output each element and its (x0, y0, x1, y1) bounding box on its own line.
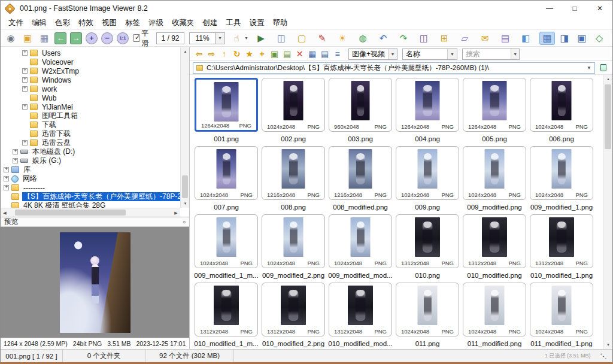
zoom-level-select[interactable]: 11% ▼ (189, 32, 225, 44)
thumbnail-frame[interactable]: 1312x2048 PNG (262, 283, 325, 336)
004.png[interactable]: 1264x2048 PNG 004.png (395, 78, 460, 146)
scrollbar-thumb[interactable] (605, 84, 611, 149)
view-layout-browser-button[interactable]: ▦ (539, 32, 555, 45)
expand-icon[interactable] (4, 185, 9, 190)
tree-item[interactable]: 库 (1, 165, 180, 174)
expand-icon[interactable] (22, 140, 28, 145)
tree-item[interactable]: 迅雷下载 (1, 129, 180, 138)
list-view-button[interactable]: ≡ (331, 48, 344, 60)
thumbnail-frame[interactable]: 1024x2048 PNG (262, 78, 325, 132)
001.png[interactable]: 1264x2048 PNG 001.png (194, 78, 259, 146)
menu-item[interactable]: 色彩 (51, 17, 74, 29)
thumbnail-frame[interactable]: 1024x2048 PNG (463, 146, 526, 200)
010_modified_1.png[interactable]: 1312x2048 PNG 010_modified_1.png (529, 214, 594, 283)
delete-button[interactable]: ✕ (293, 48, 306, 60)
favorite-folder-button[interactable]: ★ (243, 48, 256, 60)
tree-vertical-scrollbar[interactable]: ▲ ▼ (180, 47, 189, 208)
scroll-left-icon[interactable]: ◀ (1, 208, 9, 217)
details-view-button[interactable]: ▤ (318, 48, 331, 60)
tree-item[interactable]: 网络 (1, 174, 180, 183)
tree-item[interactable]: 娱乐 (G:) (1, 156, 180, 165)
view-layout-image-button[interactable]: ▣ (574, 32, 590, 45)
010_modified_mod...[interactable]: 1312x2048 PNG 010_modified_mod... (328, 283, 393, 349)
pan-tool-button[interactable]: ☝ ▼ (230, 32, 248, 45)
thumbnail-frame[interactable]: 1024x2048 PNG (262, 214, 325, 268)
view-layout-preview-button[interactable]: ◨ (557, 32, 572, 45)
save-as-button[interactable]: ▦ (38, 32, 51, 45)
tree-item[interactable]: 4K 8K 极清 壁纸合集 28G (1, 201, 180, 208)
address-field[interactable]: C:\Users\Administrator\Desktop\【S】百炼成神-天… (193, 62, 595, 74)
008_modified.png[interactable]: 1216x2048 PNG 008_modified.png (328, 146, 393, 214)
thumbnail-frame[interactable]: 1024x2048 PNG (396, 283, 459, 336)
print-button[interactable]: ▤ (499, 32, 512, 45)
open-in-browser-button[interactable]: ◧ (519, 32, 532, 45)
menu-item[interactable]: 创建 (199, 17, 222, 29)
thumbnail-frame[interactable]: 1264x2048 PNG (463, 78, 526, 132)
010_modified.png[interactable]: 1312x2048 PNG 010_modified.png (462, 214, 527, 283)
tree-item[interactable]: 迅雷云盘 (1, 138, 180, 147)
open-file-button[interactable]: ▣ (21, 32, 34, 45)
grid-vertical-scrollbar[interactable]: ▲ ▼ (603, 75, 612, 349)
expand-icon[interactable] (22, 77, 28, 83)
010.png[interactable]: 1312x2048 PNG 010.png (395, 214, 460, 283)
thumbnail-frame[interactable]: 1216x2048 PNG (262, 146, 325, 200)
thumbnail-frame[interactable]: 1024x2048 PNG (530, 78, 593, 132)
008.png[interactable]: 1216x2048 PNG 008.png (261, 146, 326, 214)
scroll-down-icon[interactable]: ▼ (181, 199, 189, 208)
010_modified_2.png[interactable]: 1312x2048 PNG 010_modified_2.png (261, 283, 326, 349)
thumbnail-frame[interactable]: 1312x2048 PNG (329, 283, 392, 336)
scroll-right-icon[interactable]: ▶ (172, 208, 180, 217)
thumbnail-frame[interactable]: 1024x2048 PNG (329, 214, 392, 268)
maximize-button[interactable]: □ (562, 1, 587, 16)
tree-item[interactable]: YiJianMei (1, 102, 180, 111)
006.png[interactable]: 1024x2048 PNG 006.png (529, 78, 594, 146)
view-fullscreen-button[interactable]: ◇ (591, 32, 607, 45)
chevron-down-icon[interactable]: ▼ (511, 49, 519, 59)
expand-icon[interactable] (22, 50, 28, 56)
expand-icon[interactable] (22, 68, 28, 74)
thumbnail-frame[interactable]: 1024x2048 PNG (195, 146, 258, 200)
thumbnail-frame[interactable]: 960x2048 PNG (329, 78, 392, 132)
screen-magnifier-button[interactable]: ◍ (356, 32, 369, 45)
menu-item[interactable]: 编辑 (28, 17, 51, 29)
scan-button[interactable]: ▱ (458, 32, 471, 45)
thumbnail-frame[interactable]: 1024x2048 PNG (463, 283, 526, 336)
up-folder-button[interactable]: ↑ (218, 48, 230, 60)
move-to-folder-button[interactable]: ▤ (281, 48, 293, 60)
menu-item[interactable]: 标签 (121, 17, 144, 29)
011_modified_1.png[interactable]: 1024x2048 PNG 011_modified_1.png (529, 283, 594, 349)
zoom-out-button[interactable]: − (101, 32, 113, 44)
009_modified_mod...[interactable]: 1024x2048 PNG 009_modified_mod... (328, 214, 393, 283)
tree-horizontal-scrollbar[interactable]: ◀ ▶ (1, 208, 180, 217)
menu-item[interactable]: 视图 (98, 17, 121, 29)
thumbnail-frame[interactable]: 1024x2048 PNG (530, 283, 593, 336)
expand-icon[interactable] (22, 104, 28, 110)
crop-button[interactable]: ▢ (295, 32, 308, 45)
file-type-filter-select[interactable]: 图像+视频 ▼ (348, 48, 397, 60)
009_modified.png[interactable]: 1024x2048 PNG 009_modified.png (462, 146, 527, 214)
thumbnail-frame[interactable]: 1024x2048 PNG (195, 214, 258, 268)
copy-to-folder-button[interactable]: ▣ (268, 48, 281, 60)
import-photos-button[interactable]: ◉ (4, 32, 17, 45)
email-button[interactable]: ✉ (478, 32, 491, 45)
rotate-left-button[interactable]: ↶ (377, 32, 390, 45)
expand-icon[interactable] (4, 176, 9, 181)
thumbnail-frame[interactable]: 1216x2048 PNG (329, 146, 392, 200)
scroll-up-icon[interactable]: ▲ (603, 75, 612, 83)
thumbnail-frame[interactable]: 1264x2048 PNG (195, 78, 258, 132)
tree-item[interactable]: Users (1, 48, 180, 57)
chevron-down-icon[interactable]: ▼ (244, 36, 248, 40)
007.png[interactable]: 1024x2048 PNG 007.png (194, 146, 259, 214)
next-image-button[interactable]: → (70, 32, 82, 44)
search-box[interactable]: ▼ (462, 48, 520, 60)
thumbnail-frame[interactable]: 1264x2048 PNG (396, 78, 459, 132)
chevron-down-icon[interactable]: ▼ (587, 65, 591, 71)
005.png[interactable]: 1264x2048 PNG 005.png (462, 78, 527, 146)
009_modified_1.png[interactable]: 1024x2048 PNG 009_modified_1.png (529, 146, 594, 214)
collapse-chevron-icon[interactable]: » (181, 220, 187, 223)
expand-icon[interactable] (13, 149, 18, 154)
new-folder-button[interactable]: + (256, 48, 268, 60)
tree-item[interactable]: --------- (1, 183, 180, 192)
checkbox-icon[interactable] (133, 34, 139, 42)
thumbnail-frame[interactable]: 1024x2048 PNG (530, 146, 593, 200)
